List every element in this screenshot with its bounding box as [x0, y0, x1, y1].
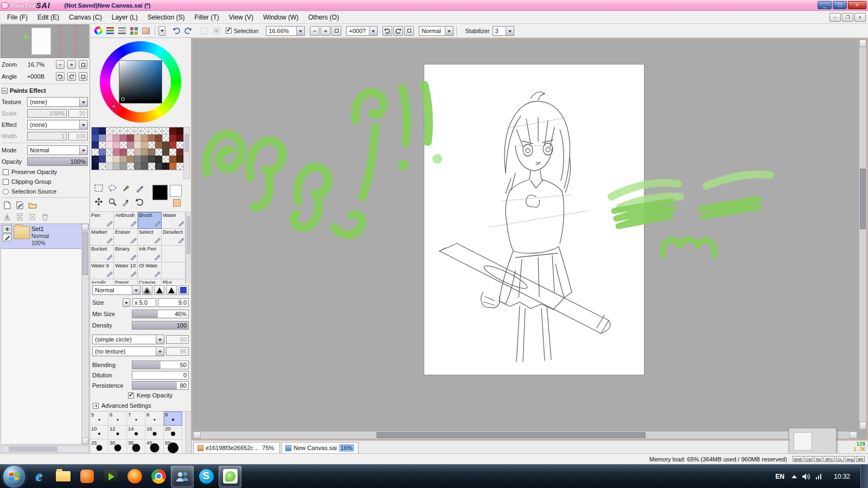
brush-size-cell[interactable]: 40	[145, 440, 164, 453]
layer-list-scrollbar[interactable]	[81, 224, 88, 444]
swatch-cell[interactable]	[106, 163, 113, 170]
swatch-cell[interactable]	[155, 163, 162, 170]
density-slider[interactable]: 100	[132, 321, 189, 330]
swatch-cell[interactable]	[99, 149, 106, 156]
swatch-cell[interactable]	[92, 156, 99, 163]
canvas-hscrollbar[interactable]	[193, 431, 858, 439]
swatch-cell[interactable]	[106, 127, 113, 134]
brush-cell[interactable]: Pen	[90, 212, 114, 229]
zoom-tool[interactable]	[106, 195, 119, 208]
taskbar-icon-chrome[interactable]	[147, 466, 170, 487]
brush-cell[interactable]: Water 9	[90, 262, 114, 279]
minimize-button[interactable]: _	[818, 1, 832, 9]
brush-tip-square-button[interactable]	[178, 285, 189, 295]
texture-combobox[interactable]: (none)	[27, 97, 88, 107]
swatch-cell[interactable]	[120, 156, 127, 163]
swatch-cell[interactable]	[106, 156, 113, 163]
layer-option[interactable]: Selection Source	[0, 187, 90, 196]
rotate-ccw-button[interactable]	[382, 26, 392, 36]
stabilizer-dropdown-icon[interactable]	[506, 27, 514, 35]
deselect-button[interactable]	[199, 25, 210, 36]
swatch-cell[interactable]	[99, 142, 106, 149]
language-indicator[interactable]: EN	[773, 472, 787, 481]
close-button[interactable]: ×	[848, 1, 866, 9]
navigator-preview[interactable]	[1, 24, 89, 58]
swatch-cell[interactable]	[92, 142, 99, 149]
swatch-cell[interactable]	[148, 142, 155, 149]
brush-size-unit-button[interactable]	[123, 298, 130, 307]
scroll-up-button[interactable]	[859, 40, 866, 47]
canvas-page[interactable]	[424, 65, 644, 375]
selection-pen-tool[interactable]	[133, 182, 146, 195]
layer-list-hscrollbar[interactable]	[1, 445, 89, 453]
swatch-cell[interactable]	[155, 156, 162, 163]
color-wheel-panel-button[interactable]	[93, 25, 104, 36]
nav-zoom-in-button[interactable]: +	[67, 60, 76, 69]
swatch-cell[interactable]	[148, 156, 155, 163]
swatch-cell[interactable]	[106, 142, 113, 149]
saturation-value-square[interactable]	[119, 60, 162, 104]
swatch-cell[interactable]	[169, 156, 176, 163]
scrollbar-thumb[interactable]	[82, 232, 88, 275]
brush-size-cell[interactable]: 50	[164, 440, 182, 453]
taskbar-icon-media-orange[interactable]	[75, 466, 98, 487]
swatch-cell[interactable]	[176, 163, 183, 170]
layer-option[interactable]: Clipping Group	[0, 177, 90, 187]
scroll-up-button[interactable]	[82, 224, 88, 230]
angle-dropdown-icon[interactable]	[369, 27, 377, 35]
rect-select-tool[interactable]	[92, 182, 105, 195]
swatch-cell[interactable]	[127, 156, 134, 163]
swatch-cell[interactable]	[113, 142, 120, 149]
menu-item[interactable]: File (F)	[2, 12, 33, 23]
brush-size-cell[interactable]: 7	[127, 412, 145, 426]
brush-texture-num[interactable]: 95	[166, 347, 189, 356]
swatch-cell[interactable]	[113, 156, 120, 163]
swatch-cell[interactable]	[120, 142, 127, 149]
brush-cell[interactable]: Ink Pen	[138, 246, 162, 262]
swatch-cell[interactable]	[106, 149, 113, 156]
brush-tip-soft-button[interactable]	[142, 285, 152, 295]
transfer-down-button[interactable]	[2, 212, 12, 222]
brush-tip-hard-button[interactable]	[166, 285, 176, 295]
swatch-cell[interactable]	[162, 142, 169, 149]
brush-size-cell[interactable]: 25	[90, 440, 108, 453]
brush-shape-num[interactable]: 50	[166, 335, 189, 344]
swatch-cell[interactable]	[127, 163, 134, 170]
swatch-cell[interactable]	[134, 149, 141, 156]
sv-cursor[interactable]	[121, 97, 125, 101]
size-grid-scrollbar[interactable]	[186, 412, 191, 453]
brush-size-cell[interactable]: 20	[164, 426, 182, 440]
clear-layer-button[interactable]	[27, 212, 37, 222]
keep-opacity-row[interactable]: Keep Opacity	[90, 390, 191, 400]
color-wheel[interactable]	[100, 41, 181, 123]
checkbox-box[interactable]	[3, 179, 9, 185]
swatch-cell[interactable]	[148, 127, 155, 134]
toolbar-dropdown-button[interactable]	[158, 26, 165, 36]
brush-cell[interactable]: Crayon	[138, 279, 162, 284]
layer-visibility-toggle[interactable]	[3, 225, 11, 233]
brush-cell[interactable]: AirBrush	[114, 212, 138, 229]
swatch-cell[interactable]	[176, 156, 183, 163]
view-mode-combobox[interactable]: Normal	[419, 26, 454, 36]
foreground-color-chip[interactable]	[152, 185, 168, 200]
width-slider[interactable]: 1	[27, 132, 67, 140]
swatch-cell[interactable]	[148, 149, 155, 156]
swatch-cell[interactable]	[92, 134, 99, 142]
zoom-in-button[interactable]: +	[321, 26, 330, 36]
hsv-slider-panel-button[interactable]	[117, 25, 127, 36]
menu-item[interactable]: Filter (T)	[189, 12, 224, 23]
canvas-viewport[interactable]	[192, 38, 868, 440]
swatch-cell[interactable]	[141, 127, 148, 134]
brush-grid-scrollbar[interactable]	[186, 212, 191, 284]
brush-cell[interactable]: Bucket	[90, 246, 114, 262]
effect-combobox[interactable]: (none)	[27, 120, 88, 130]
width-numbox[interactable]: 100	[68, 132, 88, 140]
swatch-cell[interactable]	[169, 163, 176, 170]
swatch-cell[interactable]	[127, 149, 134, 156]
layer-item-set1[interactable]: Set1 Normal 100%	[1, 224, 81, 249]
brush-size-cell[interactable]: 12	[108, 426, 127, 440]
zoom-dropdown-icon[interactable]	[296, 27, 304, 35]
swatch-cell[interactable]	[134, 163, 141, 170]
volume-icon[interactable]	[802, 473, 810, 480]
merge-down-button[interactable]	[15, 212, 25, 222]
